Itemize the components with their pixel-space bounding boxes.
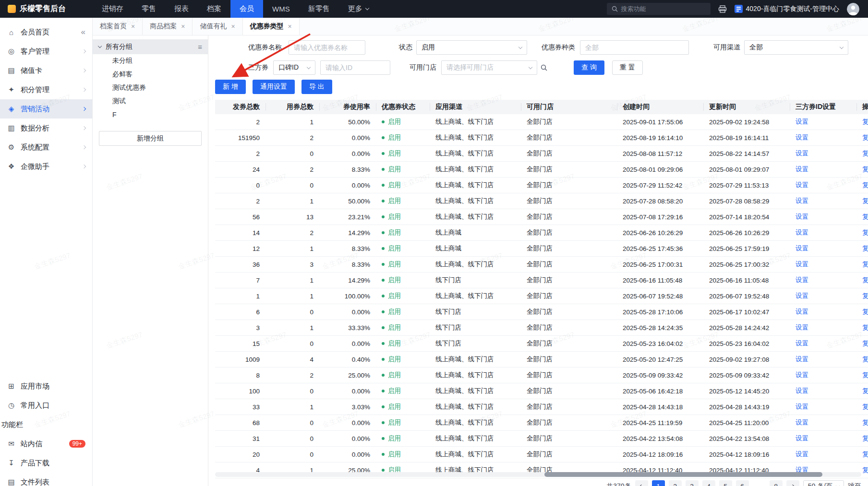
channel-select[interactable]: 全部 [744, 40, 848, 55]
close-icon[interactable]: × [288, 23, 292, 30]
sidebar-item-member-home[interactable]: ⌂ 会员首页 « [0, 23, 92, 42]
menu-item-报表[interactable]: 报表 [165, 0, 198, 18]
tree-item-测试优惠券[interactable]: 测试优惠券 [93, 81, 208, 95]
settings-link[interactable]: 设置 [796, 133, 808, 142]
horizontal-scrollbar[interactable] [215, 472, 861, 477]
reset-button[interactable]: 重 置 [612, 60, 643, 75]
tree-item-F[interactable]: F [93, 108, 208, 121]
coupon-kind-input[interactable] [580, 40, 689, 55]
settings-link[interactable]: 设置 [796, 387, 808, 395]
settings-link[interactable]: 设置 [796, 308, 808, 316]
settings-link[interactable]: 设置 [796, 165, 808, 174]
page-button-5[interactable]: 5 [719, 480, 732, 486]
next-page-button[interactable] [786, 480, 799, 486]
settings-link[interactable]: 设置 [796, 260, 808, 269]
tab-储值有礼[interactable]: 储值有礼× [193, 18, 242, 35]
tab-优惠券类型[interactable]: 优惠券类型× [243, 18, 300, 35]
settings-link[interactable]: 设置 [796, 118, 808, 126]
copy-link[interactable]: 复制 [862, 387, 868, 395]
general-settings-button[interactable]: 通用设置 [253, 80, 295, 94]
copy-link[interactable]: 复制 [862, 418, 868, 427]
store-search-icon[interactable] [537, 60, 551, 75]
copy-link[interactable]: 复制 [862, 323, 868, 332]
sidebar-item-文件列表[interactable]: ▤文件列表 [0, 473, 92, 486]
copy-link[interactable]: 复制 [862, 260, 868, 269]
sidebar-item-应用市场[interactable]: ⊞应用市场 [0, 377, 92, 396]
copy-link[interactable]: 复制 [862, 276, 868, 284]
settings-link[interactable]: 设置 [796, 323, 808, 332]
copy-link[interactable]: 复制 [862, 403, 868, 411]
sidebar-item-常用入口[interactable]: ◷常用入口 [0, 396, 92, 415]
sidebar-item-功能栏[interactable]: 功能栏 [0, 415, 92, 434]
copy-link[interactable]: 复制 [862, 355, 868, 364]
sidebar-item-数据分析[interactable]: ▥数据分析 [0, 119, 92, 138]
store-select[interactable]: 请选择可用门店 [441, 60, 537, 75]
avatar[interactable] [847, 3, 859, 15]
sidebar-item-系统配置[interactable]: ⚙系统配置 [0, 138, 92, 157]
copy-link[interactable]: 复制 [862, 149, 868, 158]
group-options-icon[interactable]: ≡ [198, 43, 202, 51]
menu-item-零售[interactable]: 零售 [133, 0, 165, 18]
sidebar-item-储值卡[interactable]: ▤储值卡 [0, 61, 92, 80]
copy-link[interactable]: 复制 [862, 434, 868, 443]
printer-icon[interactable] [718, 5, 727, 13]
sidebar-item-产品下载[interactable]: ↧产品下载 [0, 453, 92, 473]
settings-link[interactable]: 设置 [796, 228, 808, 237]
query-button[interactable]: 查 询 [574, 60, 604, 75]
export-button[interactable]: 导 出 [301, 80, 332, 94]
settings-link[interactable]: 设置 [796, 403, 808, 411]
copy-link[interactable]: 复制 [862, 213, 868, 221]
settings-link[interactable]: 设置 [796, 213, 808, 221]
close-icon[interactable]: × [231, 23, 235, 30]
page-button-8[interactable]: 8 [770, 480, 783, 486]
menu-item-会员[interactable]: 会员 [230, 0, 263, 18]
menu-item-WMS[interactable]: WMS [263, 0, 299, 18]
copy-link[interactable]: 复制 [862, 197, 868, 205]
page-button-6[interactable]: 6 [736, 480, 749, 486]
menu-item-更多[interactable]: 更多 [339, 0, 378, 18]
menu-item-进销存[interactable]: 进销存 [93, 0, 133, 18]
page-button-2[interactable]: 2 [669, 480, 682, 486]
settings-link[interactable]: 设置 [796, 339, 808, 348]
close-icon[interactable]: × [181, 23, 185, 30]
coupon-name-input[interactable] [289, 40, 365, 55]
copy-link[interactable]: 复制 [862, 228, 868, 237]
settings-link[interactable]: 设置 [796, 181, 808, 190]
copy-link[interactable]: 复制 [862, 466, 868, 474]
settings-link[interactable]: 设置 [796, 276, 808, 284]
tab-档案首页[interactable]: 档案首页× [93, 18, 143, 35]
settings-link[interactable]: 设置 [796, 418, 808, 427]
collapse-sidebar-icon[interactable]: « [81, 27, 85, 37]
tab-商品档案[interactable]: 商品档案× [143, 18, 193, 35]
copy-link[interactable]: 复制 [862, 339, 868, 348]
settings-link[interactable]: 设置 [796, 292, 808, 300]
settings-link[interactable]: 设置 [796, 197, 808, 205]
sidebar-item-积分管理[interactable]: ✦积分管理 [0, 80, 92, 99]
tree-item-测试[interactable]: 测试 [93, 95, 208, 108]
tenant-switcher[interactable]: 4020-喜临门零食测试-管理中心 [735, 5, 839, 13]
settings-link[interactable]: 设置 [796, 371, 808, 379]
settings-link[interactable]: 设置 [796, 434, 808, 443]
sidebar-item-客户管理[interactable]: ◎客户管理 [0, 42, 92, 61]
close-icon[interactable]: × [131, 23, 135, 30]
sidebar-item-站内信[interactable]: ✉站内信99+ [0, 434, 92, 453]
page-button-1[interactable]: 1 [652, 480, 665, 486]
copy-link[interactable]: 复制 [862, 165, 868, 174]
page-button-3[interactable]: 3 [686, 480, 699, 486]
copy-link[interactable]: 复制 [862, 308, 868, 316]
sidebar-item-营销活动[interactable]: ◈营销活动 [0, 99, 92, 119]
menu-item-档案[interactable]: 档案 [198, 0, 230, 18]
prev-page-button[interactable] [635, 480, 648, 486]
sidebar-item-企微助手[interactable]: ❖企微助手 [0, 157, 92, 176]
tree-item-未分组[interactable]: 未分组 [93, 54, 208, 68]
page-button-4[interactable]: 4 [702, 480, 715, 486]
settings-link[interactable]: 设置 [796, 355, 808, 364]
global-search-input[interactable]: 搜索功能 [607, 3, 711, 15]
menu-item-新零售[interactable]: 新零售 [299, 0, 339, 18]
settings-link[interactable]: 设置 [796, 450, 808, 459]
third-id-input[interactable] [320, 60, 390, 75]
status-select[interactable]: 启用 [416, 40, 527, 55]
tree-item-必鲜客[interactable]: 必鲜客 [93, 68, 208, 81]
copy-link[interactable]: 复制 [862, 292, 868, 300]
add-group-button[interactable]: 新增分组 [99, 131, 202, 146]
